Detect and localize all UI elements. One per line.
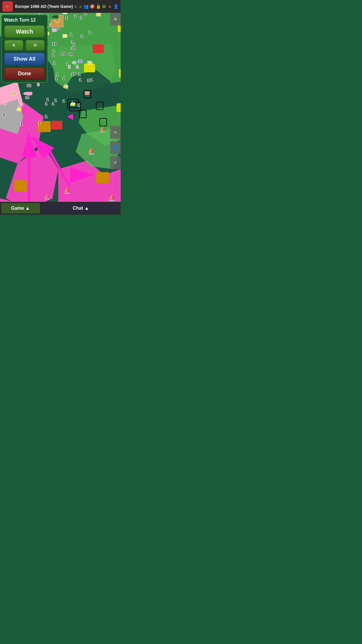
players-icon[interactable]: 👥 [84,4,89,9]
game-title: Europe 1066 AD (Team Game) [15,4,74,9]
svg-rect-22 [14,180,27,191]
chevron-left-icon: < [114,130,117,135]
done-button[interactable]: Done [4,67,45,80]
header: ← Europe 1066 AD (Team Game) ⚔ ⚔ 👥 🎯 🔒 🏛… [0,0,121,13]
right-panel: ≡ < 👤 < [110,13,121,169]
profile-button2[interactable]: 👤 [110,141,121,154]
svg-text:⛵: ⛵ [87,147,96,155]
collapse-button2[interactable]: < [110,156,121,169]
swords-icon[interactable]: ⚔ [74,4,78,9]
svg-text:⛵: ⛵ [44,193,50,200]
turn-thumb-label: +50 [51,15,59,19]
svg-text:⛵: ⛵ [64,187,71,194]
game-button[interactable]: Game ▲ [1,203,40,214]
lock-icon[interactable]: 🔒 [96,4,101,9]
svg-rect-29 [93,44,104,53]
units-icon[interactable]: ⚔ [79,4,82,9]
collapse-button[interactable]: < [110,126,121,139]
back-button[interactable]: ← [2,1,13,12]
chat-button[interactable]: Chat ▲ [42,203,120,214]
svg-rect-19 [96,172,109,183]
svg-rect-30 [51,121,62,130]
nav-buttons: < > [4,40,45,51]
next-turn-button[interactable]: > [25,40,45,51]
svg-text:⛵: ⛵ [108,194,116,202]
chevron-left-icon2: < [114,160,117,165]
turn-label: Watch Turn 12 [4,18,45,23]
show-all-button[interactable]: Show All [4,52,45,65]
control-panel: Watch Turn 12 Watch < > Show All Done [1,15,48,83]
castle-icon[interactable]: 🏛 [102,4,106,9]
profile-icon[interactable]: 👤 [113,4,118,9]
svg-rect-16 [38,121,51,132]
list-icon: ≡ [114,17,117,22]
triangle-icon[interactable]: 🔺 [107,4,112,9]
watch-button[interactable]: Watch [4,25,45,38]
svg-rect-25 [84,64,95,72]
user-icon: 👤 [113,145,118,150]
target-icon[interactable]: 🎯 [90,4,95,9]
header-icons: ⚔ ⚔ 👥 🎯 🔒 🏛 🔺 👤 [74,4,118,9]
prev-turn-button[interactable]: < [4,40,24,51]
bottom-bar: Game ▲ Chat ▲ [0,202,121,215]
svg-text:⛵: ⛵ [99,126,106,133]
list-toggle-button[interactable]: ≡ [110,13,121,26]
